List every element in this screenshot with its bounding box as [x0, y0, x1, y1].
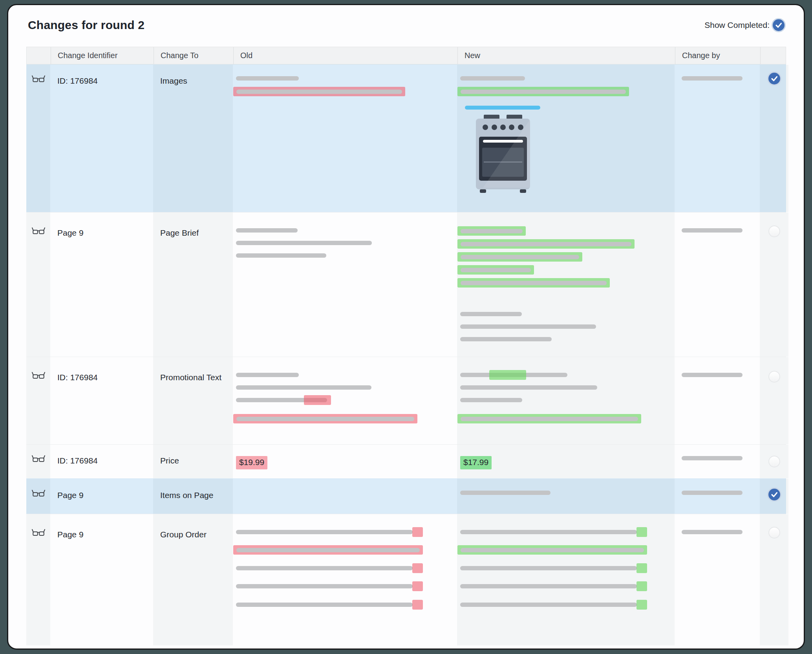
row-viewed-cell: [26, 213, 50, 357]
oven-image: [474, 115, 532, 193]
text-placeholder-bar: [460, 76, 525, 81]
row-completed-checkbox[interactable]: [768, 225, 780, 237]
change-identifier-value: Page 9: [57, 228, 84, 237]
panel-header: Changes for round 2 Show Completed:: [26, 17, 786, 33]
header-icon-column: [27, 47, 51, 64]
new-content-cell: [457, 65, 675, 212]
removed-text-highlight: [233, 87, 405, 96]
change-by-cell: [675, 514, 760, 645]
row-completed-checkbox[interactable]: [768, 456, 780, 467]
row-completed-checkbox[interactable]: [768, 371, 780, 383]
change-to-cell: Group Order: [153, 514, 233, 645]
page-title: Changes for round 2: [28, 18, 144, 32]
change-to-value: Page Brief: [160, 228, 199, 237]
row-viewed-cell: [26, 445, 50, 478]
change-by-placeholder-bar: [682, 530, 743, 534]
removed-change-mark: [412, 600, 423, 610]
table-row: ID: 176984Images: [26, 64, 786, 212]
text-line-with-change-mark: [460, 530, 637, 534]
header-change-by: Change by: [675, 47, 760, 64]
text-line-with-change-mark: [460, 566, 637, 570]
text-placeholder-bar: [236, 253, 326, 258]
row-completed-cell: [760, 445, 788, 478]
text-placeholder-bar: [236, 584, 413, 588]
table-row: ID: 176984Promotional Text: [26, 357, 786, 444]
show-completed-toggle[interactable]: Show Completed:: [704, 19, 785, 31]
text-placeholder-bar: [461, 90, 626, 94]
header-old: Old: [233, 47, 457, 64]
text-placeholder-bar: [460, 566, 637, 570]
text-placeholder-bar: [236, 603, 413, 607]
glasses-icon[interactable]: [32, 372, 45, 379]
text-placeholder-bar: [460, 603, 637, 607]
change-to-value: Price: [160, 456, 179, 465]
old-content-cell: [233, 479, 457, 514]
text-placeholder-bar: [461, 281, 607, 285]
text-placeholder-bar: [236, 76, 299, 81]
added-change-mark: [489, 370, 526, 380]
row-completed-checkbox[interactable]: [768, 527, 780, 539]
text-placeholder-bar: [461, 548, 644, 552]
show-completed-checkbox[interactable]: [773, 19, 785, 31]
change-by-placeholder-bar: [682, 373, 743, 377]
glasses-icon[interactable]: [32, 75, 45, 83]
removed-text-highlight: [233, 414, 417, 423]
new-content-cell: $17.99: [457, 445, 675, 478]
header-done-column: [760, 47, 789, 64]
glasses-icon[interactable]: [32, 529, 45, 537]
header-change-identifier: Change Identifier: [51, 47, 154, 64]
added-text-highlight: [457, 239, 635, 249]
text-placeholder-bar: [236, 548, 420, 552]
glasses-icon[interactable]: [32, 455, 45, 463]
change-to-cell: Images: [153, 65, 233, 212]
text-placeholder-bar: [236, 241, 372, 245]
text-placeholder-bar: [460, 584, 637, 588]
added-text-highlight: [457, 278, 610, 288]
new-content-cell: [457, 213, 675, 357]
text-placeholder-bar: [460, 337, 552, 341]
text-placeholder-bar: [460, 324, 596, 329]
row-completed-cell: [760, 514, 788, 645]
glasses-icon[interactable]: [32, 489, 45, 497]
product-image: [474, 115, 675, 193]
check-icon: [768, 73, 780, 84]
glasses-icon[interactable]: [32, 227, 45, 235]
header-change-to: Change To: [154, 47, 233, 64]
change-to-cell: Items on Page: [153, 479, 233, 514]
removed-text-highlight: [233, 545, 423, 555]
text-line-with-change-mark: [460, 373, 567, 377]
check-icon: [773, 19, 785, 31]
text-placeholder-bar: [461, 268, 531, 272]
change-to-value: Items on Page: [160, 491, 213, 500]
text-placeholder-bar: [460, 530, 637, 534]
row-completed-checkbox[interactable]: [768, 489, 780, 500]
change-to-cell: Page Brief: [153, 213, 233, 357]
text-line-with-change-mark: [460, 603, 637, 607]
change-by-cell: [675, 213, 760, 357]
text-placeholder-bar: [460, 491, 550, 495]
text-line-with-change-mark: [236, 584, 413, 588]
row-completed-cell: [760, 357, 788, 444]
added-change-mark: [636, 563, 647, 573]
text-line-with-change-mark: [236, 603, 413, 607]
row-completed-checkbox[interactable]: [768, 73, 780, 84]
row-completed-cell: [760, 65, 788, 212]
change-by-placeholder-bar: [682, 491, 743, 495]
table-row: ID: 176984Price$19.99$17.99: [26, 444, 786, 478]
change-to-value: Group Order: [160, 530, 207, 539]
added-text-highlight: [457, 87, 629, 96]
image-accent-bar: [465, 106, 540, 110]
table-row: Page 9Page Brief: [26, 212, 786, 357]
changes-table: Change Identifier Change To Old New Chan…: [26, 47, 786, 645]
added-text-highlight: [457, 265, 534, 275]
change-to-value: Images: [160, 76, 187, 85]
header-new: New: [457, 47, 675, 64]
text-placeholder-bar: [461, 242, 631, 246]
text-placeholder-bar: [460, 312, 522, 316]
text-placeholder-bar: [461, 255, 579, 259]
text-line-with-change-mark: [460, 584, 637, 588]
change-identifier-value: ID: 176984: [57, 76, 98, 85]
row-viewed-cell: [26, 479, 50, 514]
table-row: Page 9Group Order: [26, 514, 786, 645]
new-content-cell: [457, 357, 675, 444]
